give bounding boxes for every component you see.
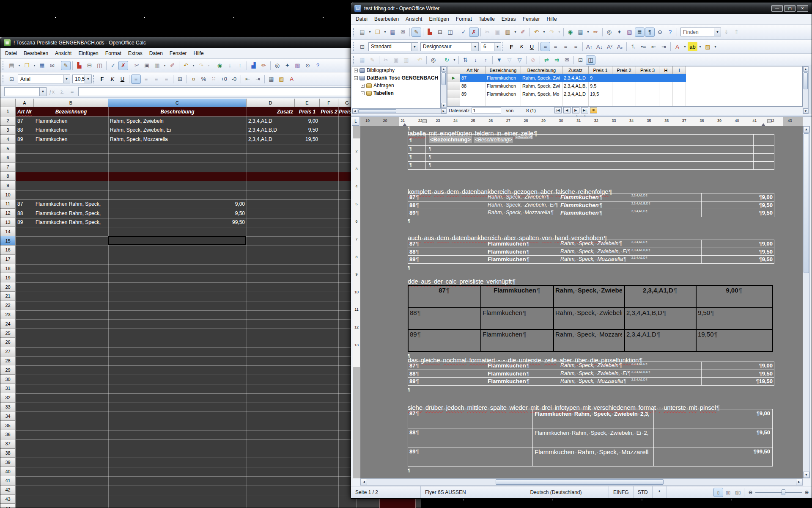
- calc-menu-ansicht[interactable]: Ansicht: [52, 49, 74, 58]
- sheet-cell-D4[interactable]: 2,3,4,A1,D: [247, 135, 295, 144]
- numbering-icon[interactable]: ⒈: [628, 42, 638, 51]
- column-header-B[interactable]: B: [34, 99, 108, 107]
- page-preview-icon[interactable]: ◫: [95, 61, 104, 70]
- writer-menu-datei[interactable]: Datei: [353, 15, 370, 23]
- calc-menu-einfügen[interactable]: Einfügen: [75, 49, 101, 58]
- help-icon[interactable]: ?: [665, 28, 675, 37]
- chevron-down-icon[interactable]: ▼: [472, 43, 478, 51]
- grid-column-header-beschreibung[interactable]: Beschreibung: [521, 66, 562, 74]
- font-color-icon[interactable]: A: [287, 75, 296, 84]
- grid-cell[interactable]: 2,3,4,A1,B,: [562, 82, 589, 90]
- row-header-22[interactable]: 22: [0, 301, 16, 310]
- spellcheck-icon[interactable]: ✓: [108, 61, 118, 70]
- insert-table-icon[interactable]: ▦: [576, 28, 585, 37]
- row-header-43[interactable]: 43: [0, 495, 16, 504]
- italic-icon[interactable]: K: [107, 75, 117, 84]
- book-view-icon[interactable]: ▯|▯: [733, 488, 743, 497]
- writer-menu-bearbeiten[interactable]: Bearbeiten: [371, 15, 402, 23]
- decrease-font-icon[interactable]: A↓: [595, 42, 604, 51]
- writer-menu-ansicht[interactable]: Ansicht: [403, 15, 425, 23]
- new-document-icon[interactable]: ▤: [7, 61, 16, 70]
- currency-format-icon[interactable]: ¤: [189, 75, 198, 84]
- format-paintbrush-icon[interactable]: ✐: [518, 28, 528, 37]
- tab-stop-marker[interactable]: [422, 119, 427, 123]
- row-header-3[interactable]: 3: [0, 126, 16, 135]
- styles-icon[interactable]: ⊡: [357, 42, 367, 51]
- sheet-cell-A11[interactable]: 87: [16, 199, 34, 209]
- grid-column-header-preis-1[interactable]: Preis 1: [589, 66, 612, 74]
- dropdown-arrow-icon[interactable]: ▾: [206, 61, 211, 70]
- grid-column-header-h[interactable]: H: [659, 66, 673, 74]
- expander-plus-icon[interactable]: +: [354, 69, 358, 72]
- export-pdf-icon[interactable]: ▙: [74, 61, 84, 70]
- dropdown-arrow-icon[interactable]: ▾: [683, 42, 687, 51]
- zoom-icon[interactable]: ⊙: [303, 61, 313, 70]
- auto-spellcheck-icon[interactable]: ✗: [469, 28, 479, 37]
- window-minimize-button[interactable]: —: [771, 5, 783, 12]
- datasource-tree-item[interactable]: +Bibliography: [352, 66, 440, 74]
- data-source-of-document-icon[interactable]: ⊡: [576, 55, 585, 65]
- tab-stop-marker[interactable]: [767, 119, 771, 123]
- paste-icon[interactable]: ▥: [401, 55, 411, 65]
- grid-cell[interactable]: 9: [589, 74, 612, 82]
- undo-icon[interactable]: ↶: [532, 28, 541, 37]
- sheet-cell-C12[interactable]: 9,50: [108, 209, 247, 218]
- window-maximize-button[interactable]: ▢: [784, 5, 796, 12]
- background-color-icon[interactable]: ▨: [277, 75, 286, 84]
- align-left-icon[interactable]: ≡: [540, 42, 550, 51]
- dropdown-arrow-icon[interactable]: ▾: [698, 42, 702, 51]
- navigator-icon[interactable]: ✦: [283, 61, 292, 70]
- calc-font-size-combo[interactable]: 10,5▼: [72, 75, 92, 83]
- datasource-explorer[interactable]: +Bibliography-DatBank Tosc GENGENBACH+Ab…: [352, 66, 441, 108]
- calc-menu-daten[interactable]: Daten: [146, 49, 166, 58]
- row-header-20[interactable]: 20: [0, 282, 16, 292]
- gallery-icon[interactable]: ▧: [625, 28, 634, 37]
- sheet-cell-B4[interactable]: Flammkuchen: [34, 135, 108, 144]
- row-header-42[interactable]: 42: [0, 486, 16, 495]
- grid-cell[interactable]: [636, 90, 659, 98]
- grid-cell[interactable]: [659, 90, 673, 98]
- zoom-out-icon[interactable]: ⊖: [746, 488, 755, 497]
- cell-cursor-C15[interactable]: [108, 236, 246, 245]
- status-page-style[interactable]: Flyer 6S AUSSEN: [421, 486, 503, 498]
- auto-spellcheck-icon[interactable]: ✗: [118, 61, 128, 70]
- row-header-13[interactable]: 13: [0, 218, 16, 227]
- toolbar-grip[interactable]: [353, 56, 355, 64]
- sort-icon[interactable]: ⇅: [461, 55, 470, 65]
- chevron-down-icon[interactable]: ▼: [63, 75, 70, 83]
- sheet-cell-C2[interactable]: Rahm, Speck, Zwiebeln: [108, 116, 247, 126]
- writer-font-size-combo[interactable]: 6▼: [481, 42, 501, 51]
- first-record-button[interactable]: |◀: [554, 107, 562, 113]
- datasource-tree-item[interactable]: -Tabellen: [352, 89, 440, 97]
- sheet-cell-A4[interactable]: 89: [16, 135, 34, 144]
- sheet-header-cell-F1[interactable]: Preis 2: [320, 107, 338, 116]
- data-sources-icon[interactable]: ≣: [635, 28, 645, 37]
- sheet-header-cell-E1[interactable]: Preis 1: [295, 107, 320, 116]
- calc-menu-extras[interactable]: Extras: [125, 49, 145, 58]
- toolbar-grip[interactable]: [93, 75, 95, 83]
- grid-cell[interactable]: [486, 98, 521, 106]
- row-header-4[interactable]: 4: [0, 135, 16, 144]
- grid-cell[interactable]: [589, 98, 612, 106]
- paste-icon[interactable]: ▥: [503, 28, 513, 37]
- grid-cell[interactable]: [636, 74, 659, 82]
- dropdown-arrow-icon[interactable]: ▾: [513, 28, 518, 37]
- row-header-33[interactable]: 33: [0, 403, 16, 412]
- help-icon[interactable]: ?: [313, 61, 323, 70]
- dropdown-arrow-icon[interactable]: ▾: [557, 28, 562, 37]
- sheet-cell-B12[interactable]: Flammkuchen Rahm, Speck,: [34, 209, 108, 218]
- row-header-10[interactable]: 10: [0, 190, 16, 199]
- sort-ascending-icon[interactable]: ↓: [225, 61, 235, 70]
- new-document-icon[interactable]: ▤: [357, 28, 367, 37]
- calc-name-box[interactable]: ▼: [4, 87, 47, 96]
- sheet-header-cell-B1[interactable]: Bezeichnung: [34, 107, 108, 116]
- mail-merge-icon[interactable]: ✉: [562, 55, 572, 65]
- grid-cell[interactable]: [659, 74, 673, 82]
- row-header-15[interactable]: 15: [0, 236, 16, 246]
- export-pdf-icon[interactable]: ▙: [425, 28, 435, 37]
- writer-menu-tabelle[interactable]: Tabelle: [476, 15, 498, 23]
- bold-icon[interactable]: F: [507, 42, 516, 51]
- edit-data-icon[interactable]: ✎: [368, 55, 377, 65]
- find-down-icon[interactable]: ⇓: [721, 28, 731, 37]
- dropdown-arrow-icon[interactable]: ▾: [586, 28, 590, 37]
